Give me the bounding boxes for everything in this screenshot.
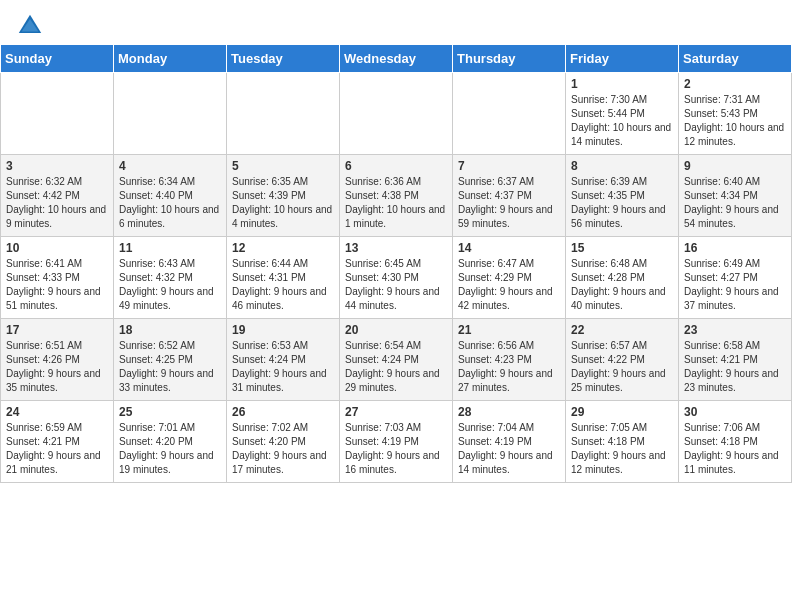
day-number: 5 [232,159,334,173]
calendar-day-cell [340,73,453,155]
calendar-day-cell: 17Sunrise: 6:51 AM Sunset: 4:26 PM Dayli… [1,319,114,401]
day-info: Sunrise: 6:49 AM Sunset: 4:27 PM Dayligh… [684,257,786,313]
calendar-header-row: SundayMondayTuesdayWednesdayThursdayFrid… [1,45,792,73]
day-number: 21 [458,323,560,337]
calendar-week-row: 1Sunrise: 7:30 AM Sunset: 5:44 PM Daylig… [1,73,792,155]
day-info: Sunrise: 6:57 AM Sunset: 4:22 PM Dayligh… [571,339,673,395]
calendar-header-cell: Thursday [453,45,566,73]
day-info: Sunrise: 6:43 AM Sunset: 4:32 PM Dayligh… [119,257,221,313]
day-info: Sunrise: 6:41 AM Sunset: 4:33 PM Dayligh… [6,257,108,313]
day-number: 3 [6,159,108,173]
calendar-day-cell: 14Sunrise: 6:47 AM Sunset: 4:29 PM Dayli… [453,237,566,319]
day-info: Sunrise: 6:40 AM Sunset: 4:34 PM Dayligh… [684,175,786,231]
day-number: 13 [345,241,447,255]
calendar-week-row: 10Sunrise: 6:41 AM Sunset: 4:33 PM Dayli… [1,237,792,319]
day-number: 14 [458,241,560,255]
day-number: 6 [345,159,447,173]
day-number: 1 [571,77,673,91]
day-number: 18 [119,323,221,337]
calendar-day-cell: 16Sunrise: 6:49 AM Sunset: 4:27 PM Dayli… [679,237,792,319]
calendar-day-cell: 15Sunrise: 6:48 AM Sunset: 4:28 PM Dayli… [566,237,679,319]
calendar-day-cell [114,73,227,155]
calendar-day-cell: 24Sunrise: 6:59 AM Sunset: 4:21 PM Dayli… [1,401,114,483]
day-number: 9 [684,159,786,173]
day-info: Sunrise: 7:04 AM Sunset: 4:19 PM Dayligh… [458,421,560,477]
day-info: Sunrise: 6:52 AM Sunset: 4:25 PM Dayligh… [119,339,221,395]
day-info: Sunrise: 7:02 AM Sunset: 4:20 PM Dayligh… [232,421,334,477]
day-info: Sunrise: 7:31 AM Sunset: 5:43 PM Dayligh… [684,93,786,149]
day-info: Sunrise: 6:39 AM Sunset: 4:35 PM Dayligh… [571,175,673,231]
calendar-day-cell: 29Sunrise: 7:05 AM Sunset: 4:18 PM Dayli… [566,401,679,483]
calendar-day-cell: 23Sunrise: 6:58 AM Sunset: 4:21 PM Dayli… [679,319,792,401]
calendar-day-cell: 12Sunrise: 6:44 AM Sunset: 4:31 PM Dayli… [227,237,340,319]
day-info: Sunrise: 7:30 AM Sunset: 5:44 PM Dayligh… [571,93,673,149]
calendar-day-cell: 22Sunrise: 6:57 AM Sunset: 4:22 PM Dayli… [566,319,679,401]
calendar-week-row: 3Sunrise: 6:32 AM Sunset: 4:42 PM Daylig… [1,155,792,237]
day-number: 7 [458,159,560,173]
day-info: Sunrise: 6:34 AM Sunset: 4:40 PM Dayligh… [119,175,221,231]
day-number: 20 [345,323,447,337]
day-number: 12 [232,241,334,255]
calendar-day-cell: 30Sunrise: 7:06 AM Sunset: 4:18 PM Dayli… [679,401,792,483]
day-info: Sunrise: 6:48 AM Sunset: 4:28 PM Dayligh… [571,257,673,313]
calendar-day-cell: 26Sunrise: 7:02 AM Sunset: 4:20 PM Dayli… [227,401,340,483]
calendar-day-cell: 13Sunrise: 6:45 AM Sunset: 4:30 PM Dayli… [340,237,453,319]
day-info: Sunrise: 6:54 AM Sunset: 4:24 PM Dayligh… [345,339,447,395]
calendar-day-cell: 3Sunrise: 6:32 AM Sunset: 4:42 PM Daylig… [1,155,114,237]
calendar-day-cell [227,73,340,155]
day-number: 23 [684,323,786,337]
calendar-day-cell: 19Sunrise: 6:53 AM Sunset: 4:24 PM Dayli… [227,319,340,401]
logo-icon [16,12,44,40]
calendar-header-cell: Sunday [1,45,114,73]
calendar-day-cell: 2Sunrise: 7:31 AM Sunset: 5:43 PM Daylig… [679,73,792,155]
day-info: Sunrise: 7:03 AM Sunset: 4:19 PM Dayligh… [345,421,447,477]
day-number: 16 [684,241,786,255]
day-number: 15 [571,241,673,255]
day-number: 25 [119,405,221,419]
day-number: 11 [119,241,221,255]
calendar-day-cell: 18Sunrise: 6:52 AM Sunset: 4:25 PM Dayli… [114,319,227,401]
calendar-week-row: 24Sunrise: 6:59 AM Sunset: 4:21 PM Dayli… [1,401,792,483]
day-info: Sunrise: 6:51 AM Sunset: 4:26 PM Dayligh… [6,339,108,395]
calendar-day-cell: 20Sunrise: 6:54 AM Sunset: 4:24 PM Dayli… [340,319,453,401]
calendar-header-cell: Monday [114,45,227,73]
calendar-week-row: 17Sunrise: 6:51 AM Sunset: 4:26 PM Dayli… [1,319,792,401]
day-info: Sunrise: 7:06 AM Sunset: 4:18 PM Dayligh… [684,421,786,477]
day-info: Sunrise: 6:59 AM Sunset: 4:21 PM Dayligh… [6,421,108,477]
day-number: 26 [232,405,334,419]
day-info: Sunrise: 6:58 AM Sunset: 4:21 PM Dayligh… [684,339,786,395]
day-info: Sunrise: 6:32 AM Sunset: 4:42 PM Dayligh… [6,175,108,231]
calendar-day-cell: 11Sunrise: 6:43 AM Sunset: 4:32 PM Dayli… [114,237,227,319]
day-info: Sunrise: 6:45 AM Sunset: 4:30 PM Dayligh… [345,257,447,313]
calendar-table: SundayMondayTuesdayWednesdayThursdayFrid… [0,44,792,483]
calendar-day-cell: 10Sunrise: 6:41 AM Sunset: 4:33 PM Dayli… [1,237,114,319]
calendar-day-cell: 9Sunrise: 6:40 AM Sunset: 4:34 PM Daylig… [679,155,792,237]
day-info: Sunrise: 6:44 AM Sunset: 4:31 PM Dayligh… [232,257,334,313]
day-info: Sunrise: 6:47 AM Sunset: 4:29 PM Dayligh… [458,257,560,313]
calendar-header-cell: Wednesday [340,45,453,73]
calendar-day-cell: 1Sunrise: 7:30 AM Sunset: 5:44 PM Daylig… [566,73,679,155]
calendar-day-cell: 28Sunrise: 7:04 AM Sunset: 4:19 PM Dayli… [453,401,566,483]
calendar-day-cell [1,73,114,155]
day-number: 28 [458,405,560,419]
calendar-day-cell: 4Sunrise: 6:34 AM Sunset: 4:40 PM Daylig… [114,155,227,237]
calendar-day-cell: 8Sunrise: 6:39 AM Sunset: 4:35 PM Daylig… [566,155,679,237]
day-number: 17 [6,323,108,337]
day-number: 29 [571,405,673,419]
calendar-header: SundayMondayTuesdayWednesdayThursdayFrid… [1,45,792,73]
day-number: 19 [232,323,334,337]
day-number: 27 [345,405,447,419]
logo [16,12,48,40]
day-number: 22 [571,323,673,337]
page-header [0,0,792,44]
day-number: 2 [684,77,786,91]
calendar-day-cell: 7Sunrise: 6:37 AM Sunset: 4:37 PM Daylig… [453,155,566,237]
day-number: 24 [6,405,108,419]
day-info: Sunrise: 7:01 AM Sunset: 4:20 PM Dayligh… [119,421,221,477]
calendar-header-cell: Tuesday [227,45,340,73]
calendar-day-cell: 21Sunrise: 6:56 AM Sunset: 4:23 PM Dayli… [453,319,566,401]
day-number: 10 [6,241,108,255]
day-info: Sunrise: 6:37 AM Sunset: 4:37 PM Dayligh… [458,175,560,231]
calendar-header-cell: Friday [566,45,679,73]
day-number: 4 [119,159,221,173]
